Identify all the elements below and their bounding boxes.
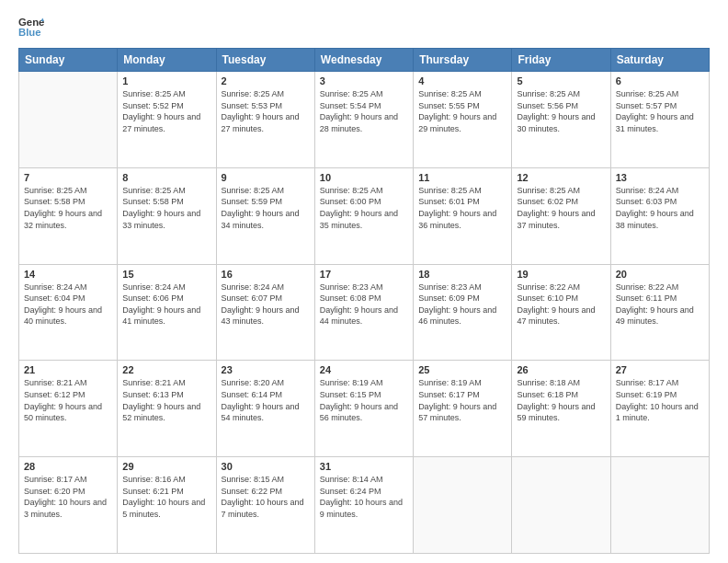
header: General Blue bbox=[18, 15, 710, 40]
weekday-header-monday: Monday bbox=[118, 49, 216, 72]
day-cell: 8Sunrise: 8:25 AMSunset: 5:58 PMDaylight… bbox=[118, 167, 216, 264]
day-number: 4 bbox=[418, 75, 506, 86]
week-row-5: 28Sunrise: 8:17 AMSunset: 6:20 PMDayligh… bbox=[19, 457, 710, 554]
day-number: 30 bbox=[222, 461, 310, 472]
day-cell: 22Sunrise: 8:21 AMSunset: 6:13 PMDayligh… bbox=[118, 361, 216, 457]
week-row-3: 14Sunrise: 8:24 AMSunset: 6:04 PMDayligh… bbox=[19, 264, 710, 361]
day-info: Sunrise: 8:24 AMSunset: 6:04 PMDaylight:… bbox=[24, 282, 112, 327]
day-info: Sunrise: 8:25 AMSunset: 5:55 PMDaylight:… bbox=[418, 88, 506, 134]
day-info: Sunrise: 8:25 AMSunset: 5:53 PMDaylight:… bbox=[222, 88, 310, 134]
day-number: 28 bbox=[24, 461, 112, 472]
day-number: 21 bbox=[24, 364, 112, 375]
day-number: 17 bbox=[320, 269, 408, 280]
day-cell: 16Sunrise: 8:24 AMSunset: 6:07 PMDayligh… bbox=[216, 264, 314, 361]
weekday-header-thursday: Thursday bbox=[414, 49, 512, 72]
day-cell: 19Sunrise: 8:22 AMSunset: 6:10 PMDayligh… bbox=[512, 264, 610, 361]
day-cell: 12Sunrise: 8:25 AMSunset: 6:02 PMDayligh… bbox=[512, 167, 610, 264]
day-number: 9 bbox=[222, 172, 310, 183]
weekday-header-sunday: Sunday bbox=[19, 49, 118, 72]
day-cell: 24Sunrise: 8:19 AMSunset: 6:15 PMDayligh… bbox=[314, 361, 413, 457]
day-cell bbox=[610, 457, 709, 554]
day-number: 31 bbox=[320, 461, 408, 472]
day-number: 24 bbox=[320, 364, 408, 375]
day-cell: 5Sunrise: 8:25 AMSunset: 5:56 PMDaylight… bbox=[512, 72, 610, 168]
day-info: Sunrise: 8:25 AMSunset: 6:02 PMDaylight:… bbox=[517, 185, 605, 231]
day-info: Sunrise: 8:24 AMSunset: 6:07 PMDaylight:… bbox=[222, 282, 310, 327]
week-row-2: 7Sunrise: 8:25 AMSunset: 5:58 PMDaylight… bbox=[19, 167, 710, 264]
day-info: Sunrise: 8:25 AMSunset: 5:57 PMDaylight:… bbox=[616, 88, 704, 134]
day-cell: 13Sunrise: 8:24 AMSunset: 6:03 PMDayligh… bbox=[610, 167, 709, 264]
day-info: Sunrise: 8:21 AMSunset: 6:12 PMDaylight:… bbox=[24, 377, 112, 423]
day-info: Sunrise: 8:17 AMSunset: 6:19 PMDaylight:… bbox=[616, 377, 704, 423]
day-number: 23 bbox=[222, 364, 310, 375]
week-row-1: 1Sunrise: 8:25 AMSunset: 5:52 PMDaylight… bbox=[19, 72, 710, 168]
day-info: Sunrise: 8:25 AMSunset: 6:00 PMDaylight:… bbox=[320, 185, 408, 231]
day-number: 12 bbox=[517, 172, 605, 183]
day-number: 5 bbox=[517, 75, 605, 86]
day-info: Sunrise: 8:17 AMSunset: 6:20 PMDaylight:… bbox=[24, 474, 112, 520]
day-number: 8 bbox=[122, 172, 210, 183]
day-info: Sunrise: 8:24 AMSunset: 6:06 PMDaylight:… bbox=[122, 282, 210, 327]
day-info: Sunrise: 8:23 AMSunset: 6:09 PMDaylight:… bbox=[418, 282, 506, 327]
day-number: 3 bbox=[320, 75, 408, 86]
day-number: 10 bbox=[320, 172, 408, 183]
day-cell: 23Sunrise: 8:20 AMSunset: 6:14 PMDayligh… bbox=[216, 361, 314, 457]
svg-text:Blue: Blue bbox=[18, 27, 41, 38]
day-cell bbox=[512, 457, 610, 554]
day-number: 29 bbox=[122, 461, 210, 472]
day-number: 14 bbox=[24, 269, 112, 280]
day-number: 15 bbox=[122, 269, 210, 280]
day-cell: 20Sunrise: 8:22 AMSunset: 6:11 PMDayligh… bbox=[610, 264, 709, 361]
day-info: Sunrise: 8:19 AMSunset: 6:15 PMDaylight:… bbox=[320, 377, 408, 423]
day-info: Sunrise: 8:25 AMSunset: 5:59 PMDaylight:… bbox=[222, 185, 310, 231]
day-number: 11 bbox=[418, 172, 506, 183]
day-number: 7 bbox=[24, 172, 112, 183]
calendar-page: General Blue SundayMondayTuesdayWednesda… bbox=[0, 0, 728, 563]
day-info: Sunrise: 8:25 AMSunset: 5:58 PMDaylight:… bbox=[122, 185, 210, 231]
weekday-header-friday: Friday bbox=[512, 49, 610, 72]
day-cell: 1Sunrise: 8:25 AMSunset: 5:52 PMDaylight… bbox=[118, 72, 216, 168]
weekday-header-wednesday: Wednesday bbox=[314, 49, 413, 72]
day-number: 26 bbox=[517, 364, 605, 375]
day-cell: 11Sunrise: 8:25 AMSunset: 6:01 PMDayligh… bbox=[414, 167, 512, 264]
day-cell: 26Sunrise: 8:18 AMSunset: 6:18 PMDayligh… bbox=[512, 361, 610, 457]
day-cell: 10Sunrise: 8:25 AMSunset: 6:00 PMDayligh… bbox=[314, 167, 413, 264]
day-info: Sunrise: 8:14 AMSunset: 6:24 PMDaylight:… bbox=[320, 474, 408, 520]
day-number: 22 bbox=[122, 364, 210, 375]
day-info: Sunrise: 8:25 AMSunset: 5:58 PMDaylight:… bbox=[24, 185, 112, 231]
day-number: 1 bbox=[122, 75, 210, 86]
day-cell: 9Sunrise: 8:25 AMSunset: 5:59 PMDaylight… bbox=[216, 167, 314, 264]
day-cell: 27Sunrise: 8:17 AMSunset: 6:19 PMDayligh… bbox=[610, 361, 709, 457]
day-info: Sunrise: 8:21 AMSunset: 6:13 PMDaylight:… bbox=[122, 377, 210, 423]
day-number: 18 bbox=[418, 269, 506, 280]
weekday-header-row: SundayMondayTuesdayWednesdayThursdayFrid… bbox=[19, 49, 710, 72]
day-cell: 21Sunrise: 8:21 AMSunset: 6:12 PMDayligh… bbox=[19, 361, 118, 457]
day-info: Sunrise: 8:16 AMSunset: 6:21 PMDaylight:… bbox=[122, 474, 210, 520]
day-number: 6 bbox=[616, 75, 704, 86]
day-number: 25 bbox=[418, 364, 506, 375]
weekday-header-saturday: Saturday bbox=[610, 49, 709, 72]
day-cell: 25Sunrise: 8:19 AMSunset: 6:17 PMDayligh… bbox=[414, 361, 512, 457]
day-cell bbox=[414, 457, 512, 554]
day-cell: 2Sunrise: 8:25 AMSunset: 5:53 PMDaylight… bbox=[216, 72, 314, 168]
day-cell: 15Sunrise: 8:24 AMSunset: 6:06 PMDayligh… bbox=[118, 264, 216, 361]
day-cell bbox=[19, 72, 118, 168]
week-row-4: 21Sunrise: 8:21 AMSunset: 6:12 PMDayligh… bbox=[19, 361, 710, 457]
day-info: Sunrise: 8:18 AMSunset: 6:18 PMDaylight:… bbox=[517, 377, 605, 423]
day-cell: 4Sunrise: 8:25 AMSunset: 5:55 PMDaylight… bbox=[414, 72, 512, 168]
day-number: 27 bbox=[616, 364, 704, 375]
day-info: Sunrise: 8:23 AMSunset: 6:08 PMDaylight:… bbox=[320, 282, 408, 327]
day-cell: 29Sunrise: 8:16 AMSunset: 6:21 PMDayligh… bbox=[118, 457, 216, 554]
day-info: Sunrise: 8:24 AMSunset: 6:03 PMDaylight:… bbox=[616, 185, 704, 231]
day-cell: 14Sunrise: 8:24 AMSunset: 6:04 PMDayligh… bbox=[19, 264, 118, 361]
day-number: 13 bbox=[616, 172, 704, 183]
day-cell: 17Sunrise: 8:23 AMSunset: 6:08 PMDayligh… bbox=[314, 264, 413, 361]
day-info: Sunrise: 8:19 AMSunset: 6:17 PMDaylight:… bbox=[418, 377, 506, 423]
logo: General Blue bbox=[18, 15, 44, 40]
day-cell: 18Sunrise: 8:23 AMSunset: 6:09 PMDayligh… bbox=[414, 264, 512, 361]
day-cell: 31Sunrise: 8:14 AMSunset: 6:24 PMDayligh… bbox=[314, 457, 413, 554]
day-info: Sunrise: 8:25 AMSunset: 6:01 PMDaylight:… bbox=[418, 185, 506, 231]
day-info: Sunrise: 8:15 AMSunset: 6:22 PMDaylight:… bbox=[222, 474, 310, 520]
day-info: Sunrise: 8:22 AMSunset: 6:11 PMDaylight:… bbox=[616, 282, 704, 327]
day-number: 2 bbox=[222, 75, 310, 86]
